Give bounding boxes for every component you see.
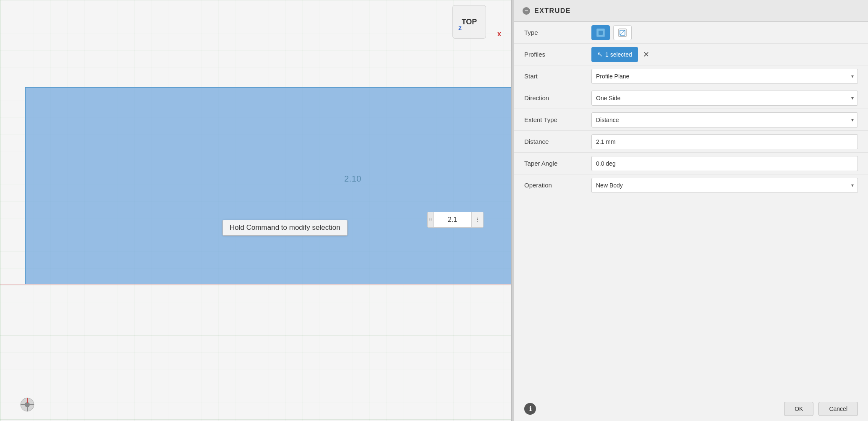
operation-row: Operation New Body Join Cut Intersect Ne…	[514, 174, 868, 196]
ok-button[interactable]: OK	[784, 402, 813, 416]
cursor-icon: ↖	[597, 50, 603, 58]
info-button[interactable]: ℹ	[524, 403, 536, 415]
taper-angle-row: Taper Angle	[514, 153, 868, 174]
operation-control: New Body Join Cut Intersect New Componen…	[591, 178, 858, 193]
type-control	[591, 25, 858, 40]
direction-label: Direction	[524, 94, 591, 101]
panel-header: EXTRUDE	[514, 0, 868, 22]
operation-label: Operation	[524, 182, 591, 189]
svg-rect-12	[599, 31, 603, 35]
extent-type-select[interactable]: Distance To Object All	[591, 112, 858, 127]
type-solid-button[interactable]	[591, 25, 610, 40]
direction-control: One Side Symmetric Two Sides	[591, 91, 858, 106]
taper-angle-label: Taper Angle	[524, 160, 591, 167]
extent-type-select-wrapper: Distance To Object All	[591, 112, 858, 127]
extrude-panel: EXTRUDE Type Profiles	[514, 0, 868, 421]
distance-input[interactable]	[434, 212, 471, 227]
direction-row: Direction One Side Symmetric Two Sides	[514, 87, 868, 109]
type-row: Type	[514, 22, 868, 44]
collapse-icon[interactable]	[523, 7, 530, 15]
axis-z-label: z	[458, 24, 462, 32]
profiles-row: Profiles ↖ 1 selected ✕	[514, 44, 868, 65]
cancel-button[interactable]: Cancel	[818, 402, 858, 416]
profiles-clear-button[interactable]: ✕	[641, 49, 651, 60]
distance-field[interactable]	[591, 134, 858, 149]
distance-row: Distance	[514, 131, 868, 153]
svg-line-15	[620, 30, 625, 35]
extent-type-control: Distance To Object All	[591, 112, 858, 127]
type-label: Type	[524, 29, 591, 36]
distance-label: Distance	[524, 138, 591, 145]
distance-menu-button[interactable]: ⋮	[471, 212, 483, 227]
profiles-selected-text: 1 selected	[605, 51, 632, 58]
distance-input-widget[interactable]: ⋮	[427, 212, 484, 228]
start-label: Start	[524, 73, 591, 80]
profiles-selected-button[interactable]: ↖ 1 selected	[591, 47, 638, 62]
operation-select[interactable]: New Body Join Cut Intersect New Componen…	[591, 178, 858, 193]
taper-angle-field[interactable]	[591, 156, 858, 171]
compass-indicator	[19, 397, 35, 413]
panel-footer: ℹ OK Cancel	[514, 396, 868, 421]
start-row: Start Profile Plane Offset	[514, 65, 868, 87]
type-surface-button[interactable]	[613, 25, 632, 40]
direction-select-wrapper: One Side Symmetric Two Sides	[591, 91, 858, 106]
extruded-shape	[25, 87, 511, 284]
tooltip-hold-command: Hold Command to modify selection	[222, 220, 348, 236]
profiles-control: ↖ 1 selected ✕	[591, 47, 858, 62]
operation-select-wrapper: New Body Join Cut Intersect New Componen…	[591, 178, 858, 193]
distance-control	[591, 134, 858, 149]
dimension-label: 2.10	[344, 174, 361, 184]
start-control: Profile Plane Offset	[591, 69, 858, 84]
direction-select[interactable]: One Side Symmetric Two Sides	[591, 91, 858, 106]
start-select-wrapper: Profile Plane Offset	[591, 69, 858, 84]
extent-type-label: Extent Type	[524, 116, 591, 123]
panel-title: EXTRUDE	[534, 7, 571, 15]
taper-angle-control	[591, 156, 858, 171]
distance-drag-handle[interactable]	[428, 212, 434, 227]
start-select[interactable]: Profile Plane Offset	[591, 69, 858, 84]
axis-x-label: x	[497, 30, 501, 38]
view-orientation-label[interactable]: TOP	[452, 5, 486, 39]
extent-type-row: Extent Type Distance To Object All	[514, 109, 868, 131]
profiles-label: Profiles	[524, 51, 591, 58]
canvas-viewport: 2.10 Hold Command to modify selection ⋮ …	[0, 0, 511, 421]
